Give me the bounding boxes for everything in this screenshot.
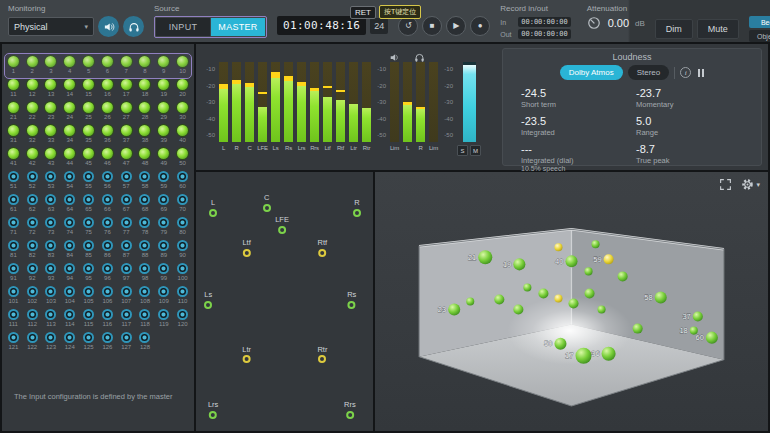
input-94[interactable]: 94 — [60, 263, 79, 286]
input-47[interactable]: 47 — [117, 148, 136, 171]
input-21[interactable]: 21 — [4, 102, 23, 125]
input-67[interactable]: 67 — [117, 194, 136, 217]
input-3[interactable]: 3 — [42, 56, 61, 79]
input-51[interactable]: 51 — [4, 171, 23, 194]
input-46[interactable]: 46 — [98, 148, 117, 171]
input-38[interactable]: 38 — [136, 125, 155, 148]
input-81[interactable]: 81 — [4, 240, 23, 263]
stop-button[interactable]: ■ — [422, 16, 442, 36]
input-58[interactable]: 58 — [136, 171, 155, 194]
input-12[interactable]: 12 — [23, 79, 42, 102]
input-39[interactable]: 39 — [154, 125, 173, 148]
mute-meter-button[interactable]: M — [470, 145, 481, 156]
input-5[interactable]: 5 — [79, 56, 98, 79]
input-23[interactable]: 23 — [42, 102, 61, 125]
input-28[interactable]: 28 — [136, 102, 155, 125]
input-77[interactable]: 77 — [117, 217, 136, 240]
input-108[interactable]: 108 — [136, 286, 155, 309]
input-102[interactable]: 102 — [23, 286, 42, 309]
input-29[interactable]: 29 — [154, 102, 173, 125]
input-99[interactable]: 99 — [154, 263, 173, 286]
input-49[interactable]: 49 — [154, 148, 173, 171]
input-1[interactable]: 1 — [4, 56, 23, 79]
input-36[interactable]: 36 — [98, 125, 117, 148]
input-15[interactable]: 15 — [79, 79, 98, 102]
input-18[interactable]: 18 — [136, 79, 155, 102]
input-89[interactable]: 89 — [154, 240, 173, 263]
input-101[interactable]: 101 — [4, 286, 23, 309]
input-41[interactable]: 41 — [4, 148, 23, 171]
input-59[interactable]: 59 — [154, 171, 173, 194]
input-50[interactable]: 50 — [173, 148, 192, 171]
input-127[interactable]: 127 — [117, 332, 136, 355]
input-80[interactable]: 80 — [173, 217, 192, 240]
input-105[interactable]: 105 — [79, 286, 98, 309]
input-84[interactable]: 84 — [60, 240, 79, 263]
input-71[interactable]: 71 — [4, 217, 23, 240]
input-56[interactable]: 56 — [98, 171, 117, 194]
input-120[interactable]: 120 — [173, 309, 192, 332]
input-91[interactable]: 91 — [4, 263, 23, 286]
input-128[interactable]: 128 — [136, 332, 155, 355]
input-64[interactable]: 64 — [60, 194, 79, 217]
input-110[interactable]: 110 — [173, 286, 192, 309]
in-timecode-field[interactable]: 00:00:00:00 — [518, 17, 570, 27]
input-76[interactable]: 76 — [98, 217, 117, 240]
input-96[interactable]: 96 — [98, 263, 117, 286]
loudness-mode-dolby-atmos[interactable]: Dolby Atmos — [560, 65, 623, 80]
input-20[interactable]: 20 — [173, 79, 192, 102]
input-70[interactable]: 70 — [173, 194, 192, 217]
input-72[interactable]: 72 — [23, 217, 42, 240]
input-11[interactable]: 11 — [4, 79, 23, 102]
source-input-button[interactable]: INPUT — [156, 18, 210, 36]
input-68[interactable]: 68 — [136, 194, 155, 217]
fullscreen-button[interactable] — [719, 178, 732, 191]
input-13[interactable]: 13 — [42, 79, 61, 102]
input-10[interactable]: 10 — [173, 56, 192, 79]
out-timecode-field[interactable]: 00:00:00:00 — [518, 29, 570, 39]
input-93[interactable]: 93 — [42, 263, 61, 286]
input-119[interactable]: 119 — [154, 309, 173, 332]
input-4[interactable]: 4 — [60, 56, 79, 79]
input-9[interactable]: 9 — [154, 56, 173, 79]
input-7[interactable]: 7 — [117, 56, 136, 79]
input-112[interactable]: 112 — [23, 309, 42, 332]
input-48[interactable]: 48 — [136, 148, 155, 171]
input-111[interactable]: 111 — [4, 309, 23, 332]
input-122[interactable]: 122 — [23, 332, 42, 355]
input-8[interactable]: 8 — [136, 56, 155, 79]
view-settings-button[interactable]: ▾ — [741, 178, 760, 191]
input-2[interactable]: 2 — [23, 56, 42, 79]
input-124[interactable]: 124 — [60, 332, 79, 355]
info-icon[interactable]: i — [680, 67, 691, 78]
input-90[interactable]: 90 — [173, 240, 192, 263]
input-40[interactable]: 40 — [173, 125, 192, 148]
input-31[interactable]: 31 — [4, 125, 23, 148]
input-65[interactable]: 65 — [79, 194, 98, 217]
input-78[interactable]: 78 — [136, 217, 155, 240]
attenuation-knob-icon[interactable] — [587, 16, 601, 30]
loop-button[interactable]: ↺ — [398, 16, 418, 36]
input-121[interactable]: 121 — [4, 332, 23, 355]
input-114[interactable]: 114 — [60, 309, 79, 332]
input-26[interactable]: 26 — [98, 102, 117, 125]
input-92[interactable]: 92 — [23, 263, 42, 286]
input-16[interactable]: 16 — [98, 79, 117, 102]
input-74[interactable]: 74 — [60, 217, 79, 240]
input-103[interactable]: 103 — [42, 286, 61, 309]
input-57[interactable]: 57 — [117, 171, 136, 194]
input-63[interactable]: 63 — [42, 194, 61, 217]
input-35[interactable]: 35 — [79, 125, 98, 148]
input-126[interactable]: 126 — [98, 332, 117, 355]
input-86[interactable]: 86 — [98, 240, 117, 263]
input-60[interactable]: 60 — [173, 171, 192, 194]
input-123[interactable]: 123 — [42, 332, 61, 355]
input-55[interactable]: 55 — [79, 171, 98, 194]
input-19[interactable]: 19 — [154, 79, 173, 102]
input-37[interactable]: 37 — [117, 125, 136, 148]
input-87[interactable]: 87 — [117, 240, 136, 263]
objects-button[interactable]: Objects — [749, 30, 770, 42]
input-113[interactable]: 113 — [42, 309, 61, 332]
input-42[interactable]: 42 — [23, 148, 42, 171]
record-button[interactable]: ● — [470, 16, 490, 36]
